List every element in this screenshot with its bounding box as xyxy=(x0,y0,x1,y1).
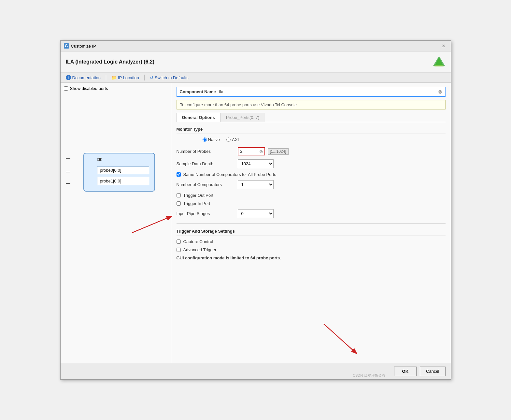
show-ports-label[interactable]: Show disabled ports xyxy=(70,86,108,91)
location-icon: 📁 xyxy=(111,75,117,80)
sample-depth-label: Sample Data Depth xyxy=(177,161,235,166)
clk-label: clk xyxy=(97,157,102,162)
defaults-label: Switch to Defaults xyxy=(155,75,189,80)
radio-axi[interactable] xyxy=(226,138,231,142)
header-title: ILA (Integrated Logic Analyzer) (6.2) xyxy=(66,59,155,65)
info-bar: To configure more than 64 probe ports us… xyxy=(177,100,446,109)
toolbar-separator2 xyxy=(144,75,145,80)
trigger-in-checkbox[interactable] xyxy=(177,201,181,206)
info-icon: i xyxy=(66,75,71,80)
comp-probe1: probe1[0:0] xyxy=(97,177,149,185)
capture-control-row: Capture Control xyxy=(177,239,446,244)
window-header: ILA (Integrated Logic Analyzer) (6.2) xyxy=(61,51,451,73)
location-button[interactable]: 📁 IP Location xyxy=(111,75,139,80)
toolbar-separator xyxy=(106,75,106,80)
ok-button[interactable]: OK xyxy=(394,367,417,376)
comp-probe0: probe0[0:0] xyxy=(97,166,149,174)
close-button[interactable]: ✕ xyxy=(440,43,447,49)
num-probes-input-container: ⊗ xyxy=(238,147,265,155)
advanced-trigger-checkbox[interactable] xyxy=(177,248,181,252)
monitor-type-title: Monitor Type xyxy=(177,127,446,134)
tabs: General Options Probe_Ports(0..7) xyxy=(177,113,446,122)
right-panel: Component Name ⊗ To configure more than … xyxy=(171,83,451,363)
sample-depth-select[interactable]: 1024 2048 4096 8192 16384 32768 65536 13… xyxy=(238,159,274,168)
tab-general-options[interactable]: General Options xyxy=(177,113,220,122)
window-title: Customize IP xyxy=(71,44,96,49)
num-probes-range: [1...1024] xyxy=(268,148,289,155)
capture-control-label: Capture Control xyxy=(183,239,213,244)
xilinx-logo xyxy=(433,55,446,68)
general-options-panel: Monitor Type Native AXI Number of Probes xyxy=(177,127,446,260)
num-probes-row: Number of Probes ⊗ [1...1024] xyxy=(177,147,446,155)
input-pipe-select[interactable]: 0 1 2 3 4 5 6 7 8 xyxy=(238,209,274,218)
doc-label: Documentation xyxy=(72,75,101,80)
num-probes-input[interactable] xyxy=(238,148,258,155)
sample-depth-row: Sample Data Depth 1024 2048 4096 8192 16… xyxy=(177,159,446,168)
cancel-button[interactable]: Cancel xyxy=(420,367,445,376)
trigger-in-row: Trigger In Port xyxy=(177,201,446,206)
comp-name-clear-button[interactable]: ⊗ xyxy=(438,89,442,95)
bottom-bar: CSDN @岁月指尖流 OK Cancel xyxy=(61,363,451,379)
wire-clk xyxy=(66,158,70,159)
input-pipe-row: Input Pipe Stages 0 1 2 3 4 5 6 7 8 xyxy=(177,209,446,218)
comp-name-label: Component Name xyxy=(180,89,216,94)
capture-control-checkbox[interactable] xyxy=(177,239,181,244)
num-probes-label: Number of Probes xyxy=(177,149,235,154)
trigger-in-label: Trigger In Port xyxy=(183,201,210,206)
wire-probe1 xyxy=(66,183,70,184)
monitor-type-radio-group: Native AXI xyxy=(203,137,446,142)
radio-native[interactable] xyxy=(203,138,207,142)
left-panel: Show disabled ports clk probe0[0:0] xyxy=(61,83,171,363)
refresh-icon: ↺ xyxy=(150,75,153,80)
component-box: clk probe0[0:0] probe1[0:0] xyxy=(83,153,155,192)
location-label: IP Location xyxy=(118,75,139,80)
comp-clk: clk xyxy=(97,157,149,162)
comp-name-input[interactable] xyxy=(219,89,438,94)
app-icon: C xyxy=(64,43,69,49)
tab-probe-ports[interactable]: Probe_Ports(0..7) xyxy=(220,113,265,122)
comp-name-row: Component Name ⊗ xyxy=(177,87,446,97)
toolbar: i Documentation 📁 IP Location ↺ Switch t… xyxy=(61,73,451,83)
radio-axi-label[interactable]: AXI xyxy=(226,137,239,142)
show-ports-row: Show disabled ports xyxy=(64,86,168,91)
probe0-label: probe0[0:0] xyxy=(100,168,121,173)
same-comparators-row: Same Number of Comparators for All Probe… xyxy=(177,172,446,177)
defaults-button[interactable]: ↺ Switch to Defaults xyxy=(150,75,189,80)
wire-probe0 xyxy=(66,172,70,172)
radio-native-label[interactable]: Native xyxy=(203,137,220,142)
num-comparators-row: Number of Comparators 1 2 3 4 xyxy=(177,180,446,189)
trigger-out-checkbox[interactable] xyxy=(177,193,181,197)
num-comparators-select[interactable]: 1 2 3 4 xyxy=(238,180,274,189)
info-text: To configure more than 64 probe ports us… xyxy=(180,102,297,107)
gui-limit-text: GUI configuration mode is limited to 64 … xyxy=(177,255,446,260)
radio-native-text: Native xyxy=(208,137,220,142)
num-probes-clear-button[interactable]: ⊗ xyxy=(258,149,264,154)
advanced-trigger-label: Advanced Trigger xyxy=(183,247,217,252)
main-content: Show disabled ports clk probe0[0:0] xyxy=(61,83,451,363)
same-comparators-label: Same Number of Comparators for All Probe… xyxy=(183,172,276,177)
trigger-out-label: Trigger Out Port xyxy=(183,193,214,198)
title-bar-left: C Customize IP xyxy=(64,43,96,49)
probe1-label: probe1[0:0] xyxy=(100,179,121,183)
svg-text:C: C xyxy=(65,43,68,48)
component-diagram: clk probe0[0:0] probe1[0:0] xyxy=(70,153,155,192)
documentation-button[interactable]: i Documentation xyxy=(66,75,101,80)
section-separator xyxy=(177,223,446,224)
trigger-out-row: Trigger Out Port xyxy=(177,193,446,198)
watermark: CSDN @岁月指尖流 xyxy=(353,373,385,378)
main-window: C Customize IP ✕ ILA (Integrated Logic A… xyxy=(60,40,451,380)
num-comparators-label: Number of Comparators xyxy=(177,182,235,187)
radio-axi-text: AXI xyxy=(232,137,239,142)
trigger-storage-title: Trigger And Storage Settings xyxy=(177,229,446,236)
input-pipe-label: Input Pipe Stages xyxy=(177,211,235,216)
show-ports-checkbox[interactable] xyxy=(64,86,68,91)
same-comparators-checkbox[interactable] xyxy=(177,172,181,177)
title-bar: C Customize IP ✕ xyxy=(61,41,451,51)
advanced-trigger-row: Advanced Trigger xyxy=(177,247,446,252)
